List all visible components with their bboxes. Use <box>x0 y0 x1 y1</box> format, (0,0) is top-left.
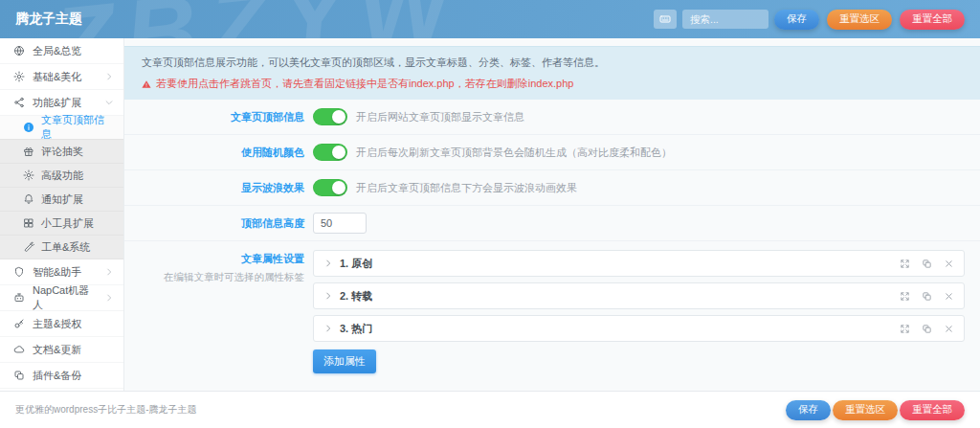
wave-effect-toggle[interactable] <box>313 179 347 196</box>
shield-icon <box>13 266 25 278</box>
sidebar-subitem-ticket-system[interactable]: 工单&系统 <box>0 236 123 259</box>
bell-icon <box>23 193 34 205</box>
setting-row-post-attributes: 文章属性设置 在编辑文章时可选择的属性标签 1. 原创 <box>124 241 980 383</box>
chevron-right-icon <box>104 72 114 81</box>
sidebar-item-theme-license[interactable]: 主题&授权 <box>0 311 123 337</box>
setting-description: 开启后网站文章页顶部显示文章信息 <box>356 110 524 124</box>
sidebar-subitem-label: 高级功能 <box>41 169 83 183</box>
setting-label: 顶部信息高度 <box>124 216 304 231</box>
robot-icon <box>13 292 25 304</box>
sidebar-item-label: 全局&总览 <box>33 44 81 58</box>
sidebar-item-napcat-robot[interactable]: NapCat机器人 <box>0 285 123 311</box>
notice-warning: 若要使用点击作者跳首页，请先查看固定链接中是否有index.php，若存在则删除… <box>142 77 965 91</box>
search-input[interactable] <box>682 10 768 29</box>
setting-description: 开启后每次刷新文章页顶部背景色会随机生成（高对比度柔和配色） <box>356 146 672 160</box>
chevron-right-icon <box>323 324 333 333</box>
delete-icon[interactable] <box>944 324 954 334</box>
save-button[interactable]: 保存 <box>774 10 819 30</box>
attribute-label: 3. 热门 <box>340 322 372 336</box>
chevron-right-icon <box>323 259 333 268</box>
sidebar-subitem-comment-lottery[interactable]: 评论抽奖 <box>0 140 123 164</box>
attribute-card-2[interactable]: 2. 转载 <box>313 282 965 309</box>
attribute-card-1[interactable]: 1. 原创 <box>313 250 965 277</box>
info-icon <box>23 122 34 133</box>
sidebar-subitem-label: 通知扩展 <box>41 192 83 207</box>
copy-icon[interactable] <box>922 324 932 334</box>
notice-warning-text: 若要使用点击作者跳首页，请先查看固定链接中是否有index.php，若存在则删除… <box>156 77 573 91</box>
chevron-right-icon <box>104 267 114 277</box>
sidebar: 全局&总览 基础&美化 功能&扩展 <box>0 38 124 391</box>
chevron-right-icon <box>104 293 114 303</box>
chevron-right-icon <box>323 291 333 301</box>
copy-icon[interactable] <box>922 291 932 302</box>
notice-box: 文章页顶部信息展示功能，可以美化文章页的顶部区域，显示文章标题、分类、标签、作者… <box>124 46 980 100</box>
sidebar-item-label: NapCat机器人 <box>33 283 97 312</box>
sidebar-subitem-label: 工单&系统 <box>41 240 90 255</box>
move-icon[interactable] <box>900 291 910 302</box>
sidebar-item-label: 功能&扩展 <box>33 96 81 110</box>
move-icon[interactable] <box>900 324 910 334</box>
sidebar-item-ai-assistant[interactable]: 智能&助手 <box>0 259 123 285</box>
setting-label: 使用随机颜色 <box>124 146 304 160</box>
attribute-label: 1. 原创 <box>340 257 372 271</box>
sidebar-item-features-extensions[interactable]: 功能&扩展 <box>0 90 123 116</box>
features-submenu: 文章页顶部信息 评论抽奖 高级功能 <box>0 116 123 259</box>
setting-description: 开启后文章页顶部信息下方会显示波浪动画效果 <box>356 181 577 195</box>
random-color-toggle[interactable] <box>313 144 347 161</box>
sidebar-subitem-label: 小工具扩展 <box>41 216 94 231</box>
cloud-icon <box>13 344 25 355</box>
setting-sublabel: 在编辑文章时可选择的属性标签 <box>124 271 304 284</box>
delete-icon[interactable] <box>944 291 954 302</box>
header-height-input[interactable] <box>313 213 367 234</box>
sidebar-item-docs-updates[interactable]: 文档&更新 <box>0 337 123 363</box>
delete-icon[interactable] <box>944 259 954 269</box>
sidebar-subitem-label: 文章页顶部信息 <box>41 113 114 142</box>
keyboard-icon <box>659 13 671 25</box>
chevron-down-icon <box>104 98 114 107</box>
gear-icon <box>13 71 25 82</box>
attribute-label: 2. 转载 <box>340 289 372 304</box>
footer-reset-selection-button[interactable]: 重置选区 <box>833 400 898 420</box>
watermark-text: ZBZYW <box>48 0 469 38</box>
sidebar-item-label: 智能&助手 <box>33 265 81 280</box>
sidebar-subitem-post-header-info[interactable]: 文章页顶部信息 <box>0 116 123 140</box>
notice-description: 文章页顶部信息展示功能，可以美化文章页的顶部区域，显示文章标题、分类、标签、作者… <box>142 56 965 70</box>
copy-icon <box>13 370 25 381</box>
footer-reset-all-button[interactable]: 重置全部 <box>900 400 965 420</box>
theme-options-app: ZBZYW 腾龙子主题 保存 重置选区 重置全部 全局&总览 <box>0 0 980 428</box>
sidebar-subitem-notification-extension[interactable]: 通知扩展 <box>0 188 123 212</box>
globe-icon <box>13 45 25 56</box>
key-icon <box>13 318 25 329</box>
sidebar-subitem-widget-extension[interactable]: 小工具扩展 <box>0 212 123 236</box>
sidebar-subitem-advanced-features[interactable]: 高级功能 <box>0 164 123 188</box>
attribute-card-3[interactable]: 3. 热门 <box>313 315 965 342</box>
header-bar: ZBZYW 腾龙子主题 保存 重置选区 重置全部 <box>0 0 980 38</box>
sidebar-item-label: 插件&备份 <box>33 369 81 383</box>
sidebar-item-global-overview[interactable]: 全局&总览 <box>0 38 123 64</box>
setting-label: 文章页顶部信息 <box>124 110 304 124</box>
setting-row-post-header-info: 文章页顶部信息 开启后网站文章页顶部显示文章信息 <box>124 100 980 135</box>
grid-icon <box>23 217 34 229</box>
warning-triangle-icon <box>142 79 151 89</box>
setting-row-random-color: 使用随机颜色 开启后每次刷新文章页顶部背景色会随机生成（高对比度柔和配色） <box>124 135 980 170</box>
gift-icon <box>23 146 34 157</box>
setting-label: 文章属性设置 <box>124 252 304 266</box>
sidebar-subitem-label: 评论抽奖 <box>41 145 83 159</box>
post-header-info-toggle[interactable] <box>313 108 347 125</box>
app-title: 腾龙子主题 <box>15 11 82 28</box>
setting-label: 显示波浪效果 <box>124 181 304 195</box>
footer-save-button[interactable]: 保存 <box>786 400 831 420</box>
setting-row-header-height: 顶部信息高度 <box>124 206 980 241</box>
body: 全局&总览 基础&美化 功能&扩展 <box>0 38 980 391</box>
move-icon[interactable] <box>900 259 910 269</box>
gear-icon <box>23 169 34 181</box>
sidebar-item-basic-beautify[interactable]: 基础&美化 <box>0 64 123 90</box>
add-attribute-button[interactable]: 添加属性 <box>313 349 376 373</box>
keyboard-shortcuts-button[interactable] <box>654 10 677 29</box>
wrench-icon <box>23 241 34 253</box>
reset-all-button[interactable]: 重置全部 <box>900 10 965 30</box>
sidebar-item-label: 主题&授权 <box>33 317 81 331</box>
sidebar-item-plugins-backup[interactable]: 插件&备份 <box>0 363 123 389</box>
reset-selection-button[interactable]: 重置选区 <box>827 10 892 30</box>
copy-icon[interactable] <box>922 259 932 269</box>
